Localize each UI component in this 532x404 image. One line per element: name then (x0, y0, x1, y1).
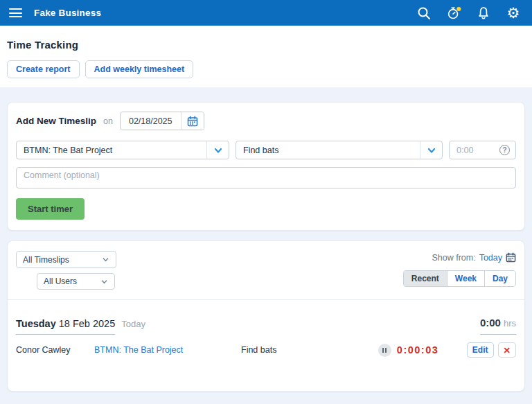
comment-row (16, 167, 516, 188)
running-timer-value: 0:00:03 (397, 344, 438, 355)
edit-button[interactable]: Edit (467, 342, 494, 358)
day-total: 0:00hrs (480, 317, 516, 335)
calendar-icon[interactable] (181, 112, 204, 130)
today-badge: Today (121, 319, 145, 329)
tab-recent[interactable]: Recent (404, 271, 447, 286)
duration-field: ? (449, 141, 516, 159)
users-filter-value: All Users (44, 276, 77, 286)
day-title: Tuesday 18 Feb 2025 (16, 318, 115, 335)
timeslip-actions: Edit ✕ (467, 342, 516, 358)
main-content: Add New Timeslip on 02/18/2025 (0, 87, 532, 392)
day-weekday: Tuesday (16, 318, 56, 329)
calendar-icon[interactable] (506, 252, 516, 263)
duration-input[interactable] (451, 146, 499, 155)
gear-icon[interactable]: ⚙ (506, 6, 521, 21)
timeslip-user: Conor Cawley (16, 345, 94, 355)
search-icon[interactable] (416, 6, 432, 21)
task-select-value: Find bats (236, 141, 420, 159)
timeslip-timer: 0:00:03 (364, 344, 467, 357)
chevron-down-icon[interactable] (420, 141, 442, 159)
filter-selects: All Timeslips All Users (16, 251, 116, 290)
divider (8, 299, 524, 300)
timeslip-project-link[interactable]: BTMN: The Bat Project (94, 345, 241, 355)
page-title: Time Tracking (7, 39, 525, 51)
header-actions: Create report Add weekly timesheet (7, 60, 525, 78)
view-controls: Show from: Today Recent (403, 251, 516, 287)
hours-unit: hrs (504, 318, 516, 328)
total-hours: 0:00 (480, 317, 501, 328)
timeslip-task: Find bats (241, 345, 364, 355)
timeslip-list-card: All Timeslips All Users Show from: Today (7, 240, 525, 392)
timeslip-inputs-row: BTMN: The Bat Project Find bats ? (16, 141, 516, 159)
add-timeslip-title: Add New Timeslip (16, 116, 96, 126)
timer-icon[interactable] (446, 6, 461, 21)
chevron-down-icon[interactable] (206, 141, 229, 159)
date-value[interactable]: 02/18/2025 (121, 112, 181, 130)
menu-icon[interactable] (9, 8, 22, 17)
bell-icon[interactable] (476, 6, 491, 21)
help-icon[interactable]: ? (499, 145, 510, 155)
add-timeslip-header: Add New Timeslip on 02/18/2025 (16, 112, 516, 130)
show-from-today-link[interactable]: Today (479, 253, 502, 263)
page-header: Time Tracking Create report Add weekly t… (0, 26, 532, 87)
delete-button[interactable]: ✕ (498, 342, 516, 358)
chevron-down-icon (102, 256, 109, 263)
view-tabs: Recent Week Day (403, 270, 516, 287)
date-picker[interactable]: 02/18/2025 (120, 112, 204, 130)
tab-week[interactable]: Week (447, 271, 485, 286)
on-label: on (103, 116, 113, 126)
task-select[interactable]: Find bats (236, 141, 443, 159)
create-report-button[interactable]: Create report (7, 60, 80, 78)
timeslips-filter-value: All Timeslips (23, 255, 69, 265)
timeslips-filter-select[interactable]: All Timeslips (16, 251, 116, 268)
start-timer-button[interactable]: Start timer (16, 198, 85, 220)
pause-icon[interactable] (378, 344, 391, 357)
filters-row: All Timeslips All Users Show from: Today (16, 251, 516, 290)
timeslip-row: Conor Cawley BTMN: The Bat Project Find … (16, 342, 516, 358)
add-weekly-timesheet-button[interactable]: Add weekly timesheet (85, 60, 194, 78)
day-header-left: Tuesday 18 Feb 2025 Today (16, 318, 145, 335)
comment-input[interactable] (16, 167, 516, 188)
notification-dot (456, 6, 461, 10)
add-timeslip-card: Add New Timeslip on 02/18/2025 (7, 102, 525, 231)
day-header: Tuesday 18 Feb 2025 Today 0:00hrs (16, 317, 516, 335)
project-select-value: BTMN: The Bat Project (17, 141, 206, 159)
show-from: Show from: Today (403, 252, 516, 263)
tab-day[interactable]: Day (485, 271, 515, 286)
show-from-label: Show from: (432, 253, 475, 263)
top-navigation-bar: Fake Business ⚙ (0, 0, 532, 26)
chevron-down-icon (100, 278, 108, 286)
day-date: 18 Feb 2025 (56, 318, 115, 329)
users-filter-select[interactable]: All Users (37, 273, 115, 290)
topbar-actions: ⚙ (416, 6, 521, 21)
business-name: Fake Business (34, 8, 101, 18)
project-select[interactable]: BTMN: The Bat Project (16, 141, 229, 159)
